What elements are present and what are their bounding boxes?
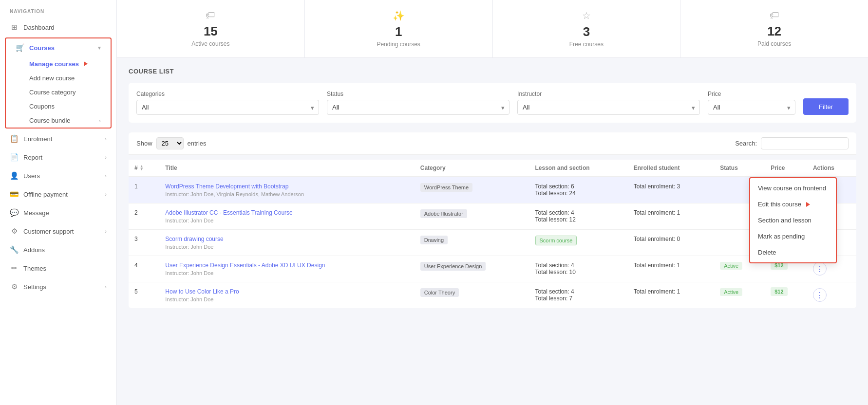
instructor-filter: Instructor All <box>517 91 700 115</box>
course-title-link[interactable]: Scorm drawing course <box>165 236 408 242</box>
sidebar-sub-add-new-course[interactable]: Add new course <box>29 71 111 85</box>
show-label: Show <box>136 140 152 147</box>
sidebar-item-label: Message <box>23 209 49 217</box>
cell-num: 3 <box>129 230 159 256</box>
course-table: # ▲▼ Title Category Lesson and section E… <box>129 160 856 308</box>
course-title-link[interactable]: Adobe Illustrator CC - Essentials Traini… <box>165 209 408 216</box>
cell-lesson-section: Total section: 6 Total lesson: 24 <box>529 177 628 203</box>
category-badge: Adobe Illustrator <box>420 209 467 218</box>
status-select-wrapper[interactable]: All <box>327 100 509 115</box>
col-enrolled-student: Enrolled student <box>628 160 714 177</box>
sidebar-sub-manage-courses[interactable]: Manage courses <box>29 57 111 71</box>
sidebar-sub-course-category[interactable]: Course category <box>29 85 111 99</box>
sort-icon[interactable]: ▲▼ <box>140 165 144 170</box>
category-badge: Color Theory <box>420 288 459 297</box>
cell-category: Color Theory <box>415 282 529 309</box>
col-lesson-section: Lesson and section <box>529 160 628 177</box>
table-row: 4 User Experience Design Essentials - Ad… <box>129 256 856 282</box>
course-title-link[interactable]: User Experience Design Essentials - Adob… <box>165 262 408 269</box>
cell-price: $12 <box>765 282 807 309</box>
actions-button[interactable]: ⋮ <box>813 288 827 302</box>
instructor-select[interactable]: All <box>517 100 700 115</box>
sidebar-item-offline-payment[interactable]: 💳 Offline payment › <box>0 185 116 203</box>
price-select[interactable]: All <box>708 100 795 115</box>
active-courses-icon: 🏷 <box>206 10 215 21</box>
cell-title: User Experience Design Essentials - Adob… <box>159 256 414 282</box>
pending-courses-icon: ✨ <box>393 10 405 21</box>
sidebar-item-addons[interactable]: 🔧 Addons <box>0 240 116 259</box>
course-title-link[interactable]: How to Use Color Like a Pro <box>165 288 408 295</box>
sidebar-item-dashboard[interactable]: ⊞ Dashboard <box>0 18 116 37</box>
cell-lesson-section: Total section: 4 Total lesson: 10 <box>529 256 628 282</box>
themes-icon: ✏ <box>10 264 19 273</box>
chevron-icon: › <box>105 136 107 142</box>
filter-button[interactable]: Filter <box>803 98 849 115</box>
delete-menu-item[interactable]: Delete <box>750 244 836 260</box>
manage-courses-label: Manage courses <box>29 60 79 68</box>
mark-pending-menu-item[interactable]: Mark as pending <box>750 228 836 244</box>
arrow-indicator-icon <box>84 61 88 66</box>
chevron-down-icon: ▾ <box>98 45 101 51</box>
course-instructor: Instructor: John Doe <box>165 218 408 223</box>
course-bundle-chevron: › <box>99 118 101 124</box>
pending-courses-label: Pending courses <box>377 41 420 48</box>
cell-num: 5 <box>129 282 159 309</box>
price-badge: $12 <box>771 287 787 296</box>
course-title-link[interactable]: WordPress Theme Development with Bootstr… <box>165 183 408 190</box>
price-filter: Price All <box>708 91 795 115</box>
sidebar-item-report[interactable]: 📄 Report › <box>0 148 116 166</box>
price-select-wrapper[interactable]: All <box>708 100 795 115</box>
cell-category: Drawing <box>415 230 529 256</box>
courses-icon: 🛒 <box>16 43 24 52</box>
view-frontend-menu-item[interactable]: View course on frontend <box>750 180 836 196</box>
categories-select[interactable]: All <box>136 100 319 115</box>
sidebar-sub-coupons[interactable]: Coupons <box>29 99 111 113</box>
active-courses-label: Active courses <box>191 40 229 47</box>
cell-lesson-section: Total section: 4 Total lesson: 7 <box>529 282 628 309</box>
sidebar-item-label: Settings <box>23 283 46 291</box>
cell-enrolled: Total enrolment: 1 <box>628 282 714 309</box>
instructor-select-wrapper[interactable]: All <box>517 100 700 115</box>
sidebar-sub-course-bundle[interactable]: Course bundle › <box>29 113 111 128</box>
sidebar-item-label: Dashboard <box>23 24 55 31</box>
free-courses-icon: ☆ <box>582 10 591 21</box>
sidebar: NAVIGATION ⊞ Dashboard 🛒 Courses ▾ Manag… <box>0 0 117 405</box>
main-content: 🏷 15 Active courses ✨ 1 Pending courses … <box>117 0 868 405</box>
price-label: Price <box>708 91 795 97</box>
sidebar-item-users[interactable]: 👤 Users › <box>0 166 116 185</box>
pending-courses-number: 1 <box>395 24 402 39</box>
coupons-label: Coupons <box>29 103 55 110</box>
sidebar-item-label: Themes <box>23 265 46 272</box>
status-select[interactable]: All <box>327 100 509 115</box>
entries-label: entries <box>188 140 207 147</box>
section-lesson-menu-item[interactable]: Section and lesson <box>750 212 836 228</box>
cell-num: 1 <box>129 177 159 203</box>
search-input[interactable] <box>761 137 849 149</box>
sidebar-item-label: Users <box>23 172 40 180</box>
sidebar-item-message[interactable]: 💬 Message <box>0 203 116 222</box>
content-area: COURSE LIST Categories All Status All <box>117 58 868 405</box>
category-badge: WordPress Theme <box>420 183 472 192</box>
sidebar-item-customer-support[interactable]: ⚙ Customer support › <box>0 222 116 240</box>
categories-select-wrapper[interactable]: All <box>136 100 319 115</box>
cell-category: Adobe Illustrator <box>415 203 529 230</box>
cell-enrolled: Total enrolment: 3 <box>628 177 714 203</box>
sidebar-item-courses[interactable]: 🛒 Courses ▾ <box>6 38 111 57</box>
sidebar-item-enrolment[interactable]: 📋 Enrolment › <box>0 129 116 148</box>
cell-num: 4 <box>129 256 159 282</box>
cell-category: WordPress Theme <box>415 177 529 203</box>
stat-pending-courses: ✨ 1 Pending courses <box>305 0 493 57</box>
actions-button[interactable]: ⋮ <box>813 262 827 276</box>
cell-title: WordPress Theme Development with Bootstr… <box>159 177 414 203</box>
sidebar-item-themes[interactable]: ✏ Themes <box>0 259 116 277</box>
dashboard-icon: ⊞ <box>10 23 19 32</box>
entries-select[interactable]: 25 50 100 <box>156 137 184 149</box>
edit-course-menu-item[interactable]: Edit this course <box>750 196 836 212</box>
col-title: Title <box>159 160 414 177</box>
show-entries: Show 25 50 100 entries <box>136 137 207 149</box>
stats-bar: 🏷 15 Active courses ✨ 1 Pending courses … <box>117 0 868 58</box>
stat-active-courses: 🏷 15 Active courses <box>117 0 305 57</box>
active-courses-number: 15 <box>204 24 218 39</box>
sidebar-item-settings[interactable]: ⚙ Settings › <box>0 277 116 296</box>
paid-courses-label: Paid courses <box>757 40 791 47</box>
